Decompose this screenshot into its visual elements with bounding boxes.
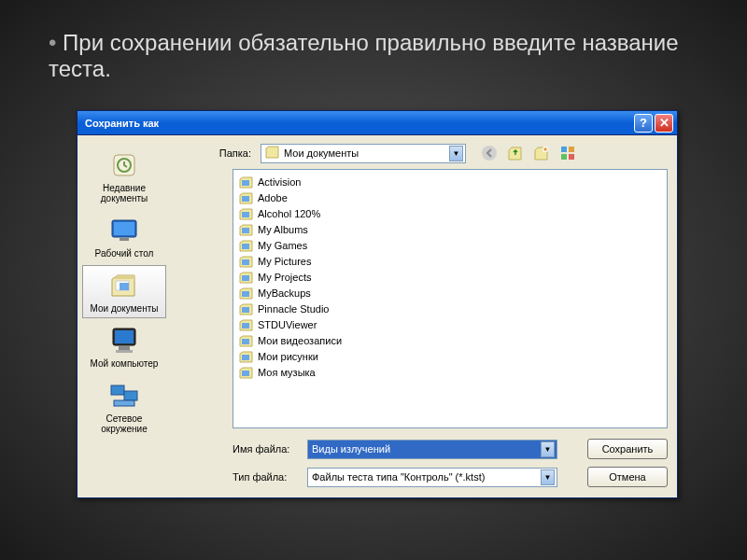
desktop-icon <box>108 215 140 246</box>
chevron-down-icon[interactable]: ▼ <box>541 469 555 485</box>
svg-rect-29 <box>242 323 249 329</box>
svg-rect-12 <box>124 391 137 400</box>
file-name: My Albums <box>258 224 308 235</box>
list-item[interactable]: My Games <box>237 237 663 253</box>
folder-icon <box>265 146 280 161</box>
list-item[interactable]: Мои видеозаписи <box>237 332 663 348</box>
svg-rect-21 <box>242 196 249 202</box>
places-computer-label: Мой компьютер <box>91 358 159 369</box>
folder-icon <box>239 366 254 379</box>
svg-rect-20 <box>242 180 249 186</box>
places-recent[interactable]: Недавние документы <box>82 145 166 208</box>
file-list[interactable]: ActivisionAdobeAlcohol 120%My AlbumsMy G… <box>233 169 668 428</box>
file-name: My Pictures <box>258 256 311 267</box>
folder-icon <box>239 287 254 300</box>
folder-icon <box>239 334 254 347</box>
svg-rect-31 <box>242 355 249 360</box>
dialog-title: Сохранить как <box>85 118 632 129</box>
back-button[interactable] <box>479 143 500 163</box>
svg-rect-32 <box>242 371 249 376</box>
svg-rect-17 <box>569 147 574 152</box>
chevron-down-icon[interactable]: ▼ <box>541 441 555 457</box>
filetype-value: Файлы теста типа "Контроль" (*.ktst) <box>312 471 541 483</box>
file-name: My Games <box>258 240 307 251</box>
places-recent-label: Недавние документы <box>85 183 163 203</box>
filetype-label: Тип файла: <box>233 471 300 483</box>
file-name: STDUViewer <box>258 319 317 330</box>
filetype-combo[interactable]: Файлы теста типа "Контроль" (*.ktst) ▼ <box>307 468 557 487</box>
svg-rect-28 <box>242 307 249 313</box>
bottom-controls: Имя файла: Виды излучений ▼ Сохранить Ти… <box>233 438 668 488</box>
file-name: Adobe <box>258 192 288 203</box>
list-item[interactable]: My Pictures <box>237 253 663 269</box>
places-network[interactable]: Сетевое окружение <box>82 375 166 439</box>
file-name: Мои видеозаписи <box>258 335 342 346</box>
bullet-dot: • <box>49 30 56 55</box>
filename-label: Имя файла: <box>233 443 300 455</box>
mydocs-icon <box>108 270 140 301</box>
list-item[interactable]: Adobe <box>237 189 663 205</box>
file-name: Моя музыка <box>258 367 316 378</box>
recent-docs-icon <box>108 149 140 181</box>
list-item[interactable]: Activision <box>237 174 663 189</box>
list-item[interactable]: STDUViewer <box>237 316 663 332</box>
save-button[interactable]: Сохранить <box>587 439 668 459</box>
file-name: Alcohol 120% <box>258 208 320 219</box>
folder-icon <box>239 255 254 268</box>
list-item[interactable]: Моя музыка <box>237 364 663 380</box>
list-item[interactable]: Мои рисунки <box>237 348 663 364</box>
filename-input[interactable]: Виды излучений ▼ <box>307 440 557 459</box>
svg-rect-9 <box>119 346 130 350</box>
list-item[interactable]: Pinnacle Studio <box>237 301 663 316</box>
nav-buttons <box>479 143 578 163</box>
views-button[interactable] <box>557 143 578 163</box>
file-name: My Projects <box>258 272 311 283</box>
folder-icon <box>239 302 254 315</box>
cancel-button[interactable]: Отмена <box>587 467 668 487</box>
up-button[interactable] <box>505 143 526 163</box>
slide-caption-text: При сохранении обязательно правильно вве… <box>49 30 679 81</box>
folder-icon <box>239 318 254 331</box>
places-bar: Недавние документы Рабочий стол Мои доку… <box>78 135 171 497</box>
file-name: MyBackups <box>258 287 311 299</box>
computer-icon <box>108 325 140 357</box>
svg-rect-10 <box>116 350 133 353</box>
close-button[interactable]: ✕ <box>655 114 673 133</box>
slide-caption: • При сохранении обязательно правильно в… <box>49 30 747 82</box>
svg-rect-13 <box>114 400 134 406</box>
new-folder-button[interactable] <box>531 143 552 163</box>
places-desktop-label: Рабочий стол <box>95 248 154 259</box>
svg-rect-6 <box>120 283 129 290</box>
folder-row: Папка: Мои документы ▼ <box>175 143 668 163</box>
folder-icon <box>239 175 254 189</box>
svg-rect-30 <box>242 339 249 344</box>
svg-rect-16 <box>561 147 567 152</box>
folder-label: Папка: <box>175 147 261 159</box>
svg-rect-23 <box>242 228 249 233</box>
svg-rect-27 <box>242 291 249 297</box>
list-item[interactable]: My Projects <box>237 269 663 285</box>
places-network-label: Сетевое окружение <box>85 413 163 434</box>
list-item[interactable]: My Albums <box>237 221 663 237</box>
svg-rect-22 <box>242 212 249 217</box>
network-icon <box>108 380 140 412</box>
file-name: Pinnacle Studio <box>258 303 329 315</box>
folder-icon <box>239 191 254 204</box>
places-computer[interactable]: Мой компьютер <box>82 320 166 373</box>
file-name: Activision <box>258 176 301 188</box>
chevron-down-icon[interactable]: ▼ <box>449 146 463 161</box>
svg-rect-18 <box>561 154 567 160</box>
save-as-dialog: Сохранить как ? ✕ Недавние документы Раб… <box>77 110 678 498</box>
list-item[interactable]: MyBackups <box>237 285 663 301</box>
help-button[interactable]: ? <box>634 114 653 133</box>
file-name: Мои рисунки <box>258 351 318 362</box>
titlebar[interactable]: Сохранить как ? ✕ <box>78 111 677 135</box>
svg-rect-4 <box>120 238 129 241</box>
places-desktop[interactable]: Рабочий стол <box>82 210 166 263</box>
svg-rect-11 <box>111 385 124 395</box>
folder-icon <box>239 350 254 363</box>
places-mydocs[interactable]: Мои документы <box>82 265 166 318</box>
list-item[interactable]: Alcohol 120% <box>237 205 663 221</box>
filename-value: Виды излучений <box>312 443 541 455</box>
folder-combo[interactable]: Мои документы ▼ <box>261 144 466 163</box>
